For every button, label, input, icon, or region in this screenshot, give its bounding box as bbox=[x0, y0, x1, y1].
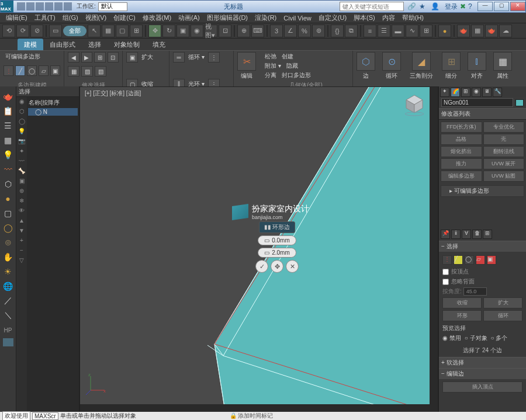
placement-button[interactable]: ◉ bbox=[191, 25, 203, 37]
display-xref-icon[interactable]: ⊕ bbox=[17, 188, 26, 197]
render-button[interactable]: 🫖 bbox=[485, 25, 498, 37]
subobj-element-button[interactable]: ▣ bbox=[50, 65, 60, 76]
box-icon[interactable]: ▢ bbox=[2, 207, 15, 220]
tri-panel-button[interactable]: ◢ bbox=[412, 52, 431, 71]
connect-icon[interactable]: 🔗 bbox=[407, 2, 416, 11]
bind-button[interactable]: ⊘ bbox=[30, 25, 43, 37]
so-edge[interactable]: ╱ bbox=[454, 255, 463, 265]
sphere-icon[interactable]: ● bbox=[2, 192, 15, 205]
pivot-button[interactable]: ⊡ bbox=[219, 25, 231, 37]
display-light-icon[interactable]: 💡 bbox=[17, 128, 26, 137]
swift-loop-button[interactable]: ⊞ bbox=[94, 52, 106, 63]
by-vertex-check[interactable]: 按顶点 bbox=[442, 268, 522, 276]
utilities-tab[interactable]: 🔧 bbox=[493, 88, 502, 97]
viewport-scrollbar-y[interactable] bbox=[430, 87, 438, 404]
hierarchy-tab[interactable]: ⊞ bbox=[461, 88, 470, 97]
mod1-button[interactable]: ▦ bbox=[68, 66, 79, 77]
viewport-label[interactable]: [+] [正交] [标准] [边面] bbox=[85, 89, 141, 98]
remove-mod-button[interactable]: 🗑 bbox=[472, 230, 482, 239]
display-cam-icon[interactable]: 📷 bbox=[17, 138, 26, 147]
globe-icon[interactable]: 🌐 bbox=[2, 280, 15, 293]
edge-panel-button[interactable]: ⬡ bbox=[357, 52, 375, 71]
manipulate-button[interactable]: ⊕ bbox=[237, 25, 250, 37]
menu-content[interactable]: 内容 bbox=[379, 13, 399, 23]
selection-filter[interactable]: 全部 bbox=[63, 26, 86, 36]
undo-icon[interactable] bbox=[45, 2, 53, 11]
menu-edit[interactable]: 编辑(E) bbox=[2, 13, 31, 23]
modify-tab[interactable]: 🌈 bbox=[451, 88, 460, 97]
snap-button[interactable]: 3 bbox=[270, 25, 283, 37]
popup-ok-button[interactable]: ✓ bbox=[255, 260, 268, 273]
menu-modifiers[interactable]: 修改器(M) bbox=[139, 13, 175, 23]
attach-label[interactable]: 附加 ▾ bbox=[263, 61, 283, 71]
display-shape-icon[interactable]: ◯ bbox=[17, 118, 26, 127]
stack-editable-poly[interactable]: ▸ 可编辑多边形 bbox=[441, 185, 524, 197]
subobj-border-button[interactable]: ◯ bbox=[27, 65, 37, 76]
ribbon-tab-modeling[interactable]: 建模 bbox=[18, 39, 43, 50]
torus-icon[interactable]: ◯ bbox=[2, 221, 15, 234]
display-tab[interactable]: 🖥 bbox=[482, 88, 492, 97]
save-icon[interactable] bbox=[36, 2, 44, 11]
render-frame-button[interactable]: ▦ bbox=[471, 25, 484, 37]
so-polygon[interactable]: ▱ bbox=[476, 255, 485, 265]
named-sets-button[interactable]: {} bbox=[331, 25, 344, 37]
rollout-selection[interactable]: − 选择 bbox=[439, 241, 526, 252]
grow-label[interactable]: 扩大 bbox=[140, 53, 155, 62]
prev-mod-button[interactable]: ◀ bbox=[68, 52, 79, 63]
exchange-icon[interactable]: ✖ bbox=[460, 2, 468, 11]
subdiv-panel-button[interactable]: ⊞ bbox=[442, 52, 461, 71]
subobj-polygon-button[interactable]: ▱ bbox=[39, 65, 49, 76]
mod2-button[interactable]: ▨ bbox=[81, 66, 93, 77]
mod-flip-button[interactable]: 翻转法线 bbox=[483, 146, 525, 157]
so-element[interactable]: ▣ bbox=[487, 255, 496, 265]
menu-view[interactable]: 视图(V) bbox=[82, 13, 110, 23]
spinner-snap-button[interactable]: ⊚ bbox=[312, 25, 325, 37]
display-geom-icon[interactable]: ⬡ bbox=[17, 108, 26, 117]
new-icon[interactable] bbox=[17, 2, 25, 11]
grow-sel-button[interactable]: 扩大 bbox=[483, 297, 522, 308]
create-tab[interactable]: ✦ bbox=[440, 88, 449, 97]
grid-icon[interactable]: ▦ bbox=[2, 134, 15, 147]
viewport-scrollbar-x[interactable] bbox=[80, 404, 438, 412]
mirror-button[interactable]: ⧉ bbox=[345, 25, 358, 37]
swatch-icon[interactable] bbox=[3, 338, 13, 346]
tree-item-ngon[interactable]: ◯ N bbox=[28, 108, 78, 116]
app-logo[interactable]: 3 MAX bbox=[1, 1, 13, 12]
grow-icon[interactable]: ▣ bbox=[126, 52, 138, 63]
workspace-select[interactable] bbox=[98, 2, 127, 11]
popup-apply-button[interactable]: ✥ bbox=[271, 260, 283, 273]
hand-icon[interactable]: ✋ bbox=[2, 251, 15, 263]
angle-snap-button[interactable]: ∠ bbox=[284, 25, 297, 37]
tree-column-header[interactable]: 名称(按降序 bbox=[28, 98, 78, 107]
minimize-button[interactable]: — bbox=[477, 2, 493, 11]
help-search-input[interactable] bbox=[340, 2, 404, 11]
ribbon-tab-populate[interactable]: 填充 bbox=[146, 39, 172, 50]
next-mod-button[interactable]: ▶ bbox=[81, 52, 93, 63]
brush2-icon[interactable]: ＼ bbox=[2, 309, 15, 322]
display-space-icon[interactable]: 〰 bbox=[17, 158, 26, 167]
loop-icon[interactable]: ═ bbox=[173, 52, 185, 63]
ignore-back-check[interactable]: 忽略背面 bbox=[442, 277, 522, 286]
loop-label[interactable]: 循环 ▾ bbox=[186, 53, 206, 62]
menu-civilview[interactable]: Civil View bbox=[280, 14, 314, 22]
unlink-button[interactable]: ⟳ bbox=[16, 25, 29, 37]
display-all-icon[interactable]: ◉ bbox=[17, 98, 26, 107]
align-panel-button[interactable]: ⫿ bbox=[468, 52, 486, 71]
redo-icon[interactable] bbox=[54, 2, 63, 11]
collapse-icon[interactable]: − bbox=[17, 247, 26, 256]
relax-label[interactable]: 松弛 bbox=[263, 52, 278, 61]
display-helper-icon[interactable]: ✦ bbox=[17, 148, 26, 157]
sun-icon[interactable]: ☀ bbox=[2, 265, 15, 278]
loop-panel-button[interactable]: ⊙ bbox=[382, 52, 401, 71]
mod-unwrap-button[interactable]: UVW 展开 bbox=[483, 158, 525, 169]
rollout-softsel[interactable]: + 软选择 bbox=[439, 357, 526, 368]
mod-editpoly-button[interactable]: 编辑多边形 bbox=[441, 171, 482, 182]
menu-rendering[interactable]: 渲染(R) bbox=[251, 13, 280, 23]
menu-help[interactable]: 帮助(H) bbox=[399, 13, 427, 23]
display-frozen-icon[interactable]: ❄ bbox=[17, 197, 26, 207]
loop-sel-button[interactable]: 循环 bbox=[483, 310, 522, 321]
close-button[interactable]: ✕ bbox=[510, 2, 525, 11]
filter-icon[interactable]: ▽ bbox=[17, 257, 26, 266]
mod-prooptimize-button[interactable]: 专业优化 bbox=[483, 122, 525, 133]
popup-cancel-button[interactable]: ✕ bbox=[286, 260, 299, 273]
